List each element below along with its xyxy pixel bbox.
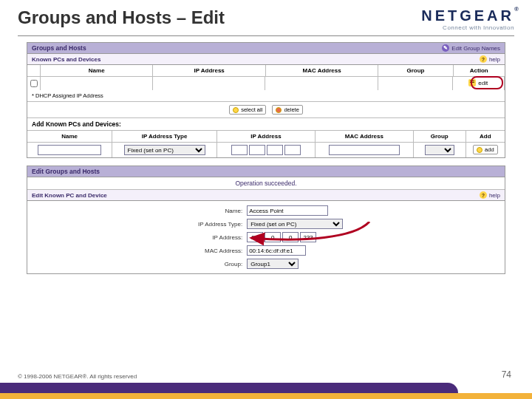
col-mac: MAC Address bbox=[266, 65, 378, 76]
iptype-label: IP Address Type: bbox=[27, 221, 247, 228]
col-ip: IP Address bbox=[153, 65, 265, 76]
edit-mac-input[interactable] bbox=[247, 245, 306, 256]
logo-text: NETGEAR bbox=[421, 7, 514, 24]
add-group-select[interactable] bbox=[425, 145, 454, 155]
help-link[interactable]: ? help bbox=[480, 55, 500, 63]
edit-name-input[interactable] bbox=[247, 205, 328, 216]
group-label: Group: bbox=[27, 261, 247, 267]
col-name: Name bbox=[41, 65, 153, 76]
col2-ip: IP Address bbox=[217, 131, 316, 142]
netgear-logo: NETGEAR Connect with Innovation bbox=[421, 7, 514, 31]
page-title: Groups and Hosts – Edit bbox=[18, 7, 225, 28]
panel-title: Groups and Hosts bbox=[32, 44, 86, 52]
delete-button[interactable]: delete bbox=[272, 105, 302, 115]
help-icon: ? bbox=[480, 55, 487, 63]
edit-groups-hosts-panel: Edit Groups and Hosts Operation succeede… bbox=[27, 166, 505, 274]
edit-group-select[interactable]: Group1 bbox=[247, 259, 299, 269]
edit-iptype-select[interactable]: Fixed (set on PC) bbox=[247, 219, 343, 229]
col-action: Action bbox=[454, 65, 505, 76]
edit-group-names-link[interactable]: ✎ Edit Group Names bbox=[442, 44, 500, 52]
help-link-2[interactable]: ? help bbox=[480, 191, 500, 199]
edit-ip-3[interactable] bbox=[282, 232, 299, 242]
edit-ip-1[interactable] bbox=[247, 232, 263, 242]
groups-and-hosts-panel: Groups and Hosts ✎ Edit Group Names Know… bbox=[27, 42, 505, 158]
add-button[interactable]: add bbox=[473, 145, 498, 154]
col2-group: Group bbox=[414, 131, 466, 142]
col-group: Group bbox=[378, 65, 453, 76]
footer-band: © 1998-2006 NETGEAR®. All rights reserve… bbox=[0, 366, 532, 399]
add-ip-4[interactable] bbox=[284, 145, 301, 155]
add-ip-2[interactable] bbox=[249, 145, 265, 155]
row-checkbox[interactable] bbox=[30, 80, 38, 87]
edit-ip-2[interactable] bbox=[265, 232, 281, 242]
col2-iptype: IP Address Type bbox=[112, 131, 217, 142]
add-known-header: Add Known PCs and Devices: bbox=[27, 117, 505, 130]
name-label: Name: bbox=[27, 208, 247, 214]
mac-label: MAC Address: bbox=[27, 248, 247, 254]
help-icon: ? bbox=[480, 191, 487, 199]
edit-highlight-annotation bbox=[471, 76, 503, 89]
add-name-input[interactable] bbox=[38, 145, 101, 155]
logo-tagline: Connect with Innovation bbox=[421, 24, 514, 31]
page-number: 74 bbox=[502, 369, 511, 380]
copyright: © 1998-2006 NETGEAR®. All rights reserve… bbox=[18, 373, 137, 380]
add-ip-1[interactable] bbox=[231, 145, 248, 155]
select-all-button[interactable]: select all bbox=[229, 105, 266, 115]
edit-group-names-icon: ✎ bbox=[442, 44, 449, 52]
edit-ip-4[interactable] bbox=[300, 232, 316, 242]
col2-name: Name bbox=[27, 131, 112, 142]
known-pcs-subtitle: Known PCs and Devices bbox=[32, 56, 100, 63]
add-iptype-select[interactable]: Fixed (set on PC) bbox=[124, 145, 205, 155]
add-ip-3[interactable] bbox=[267, 145, 283, 155]
edit-known-subtitle: Edit Known PC and Device bbox=[32, 192, 107, 199]
col2-mac: MAC Address bbox=[316, 131, 414, 142]
edit-panel-title: Edit Groups and Hosts bbox=[32, 168, 100, 175]
status-message: Operation succeeded. bbox=[27, 177, 505, 190]
ip-label: IP Address: bbox=[27, 234, 247, 241]
col2-add: Add bbox=[466, 131, 505, 142]
add-mac-input[interactable] bbox=[329, 145, 400, 155]
dhcp-note: * DHCP Assigned IP Address bbox=[27, 90, 505, 101]
